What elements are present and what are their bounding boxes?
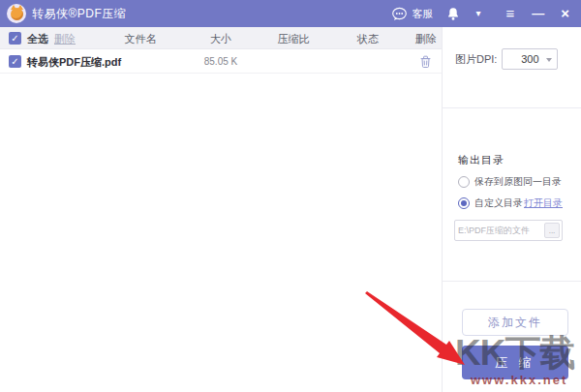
column-header-ratio: 压缩比 — [263, 32, 323, 46]
settings-panel: 图片DPI: 300 输出目录 保存到原图同一目录 自定义目录 打开目录 ...… — [442, 27, 581, 392]
radio-custom-label: 自定义目录 — [474, 196, 523, 210]
trash-icon — [418, 54, 433, 69]
dpi-setting: 图片DPI: 300 — [455, 48, 558, 70]
file-name: 转易侠PDF压缩.pdf — [27, 55, 121, 70]
radio-selected-icon — [458, 197, 470, 209]
compress-button[interactable]: 压 缩 — [462, 346, 568, 379]
menu-button[interactable]: ≡ — [505, 7, 514, 20]
chevron-down-icon[interactable]: ▾ — [475, 9, 480, 18]
column-header-status: 状态 — [339, 32, 397, 46]
output-directory-title: 输出目录 — [458, 153, 505, 167]
dpi-label: 图片DPI: — [455, 52, 497, 67]
select-all-label: 全选 — [27, 32, 48, 46]
titlebar: 转易侠®PDF压缩 客服 ▾ ≡ — × — [0, 0, 581, 27]
delete-selected-link[interactable]: 删除 — [54, 32, 76, 46]
panel-divider — [443, 281, 581, 282]
radio-unselected-icon — [458, 176, 470, 188]
column-header-filename: 文件名 — [111, 32, 169, 46]
file-list-header: ✓ 全选 删除 文件名 大小 压缩比 状态 删除 — [0, 27, 442, 49]
add-files-button[interactable]: 添加文件 — [462, 309, 568, 336]
open-directory-link[interactable]: 打开目录 — [524, 196, 563, 210]
output-path-input[interactable] — [455, 226, 544, 235]
table-row: ✓ 转易侠PDF压缩.pdf 85.05 K — [0, 49, 442, 74]
row-checkbox[interactable]: ✓ — [9, 55, 21, 68]
panel-divider — [443, 107, 581, 108]
customer-service-button[interactable]: 客服 — [391, 7, 433, 21]
browse-button[interactable]: ... — [544, 223, 560, 238]
fox-logo-icon — [11, 8, 23, 20]
titlebar-controls: 客服 ▾ ≡ — × — [391, 7, 569, 21]
chat-bubble-icon — [391, 7, 408, 21]
bell-icon — [446, 7, 460, 21]
customer-service-label: 客服 — [412, 7, 433, 21]
file-size: 85.05 K — [192, 56, 250, 67]
delete-row-button[interactable] — [418, 54, 433, 69]
close-button[interactable]: × — [561, 7, 569, 20]
radio-original-label: 保存到原图同一目录 — [474, 175, 562, 189]
select-all-checkbox[interactable]: ✓ — [9, 32, 21, 45]
radio-custom-dir[interactable]: 自定义目录 打开目录 — [458, 196, 563, 210]
app-title: 转易侠®PDF压缩 — [32, 6, 126, 22]
app-logo-icon — [7, 4, 26, 23]
notifications-button[interactable] — [446, 7, 460, 21]
select-caret-icon — [546, 58, 552, 62]
minimize-button[interactable]: — — [532, 9, 544, 18]
radio-save-original-dir[interactable]: 保存到原图同一目录 — [458, 175, 562, 189]
output-path-field: ... — [454, 220, 563, 241]
column-header-size: 大小 — [192, 32, 250, 46]
dpi-select[interactable]: 300 — [502, 48, 558, 70]
